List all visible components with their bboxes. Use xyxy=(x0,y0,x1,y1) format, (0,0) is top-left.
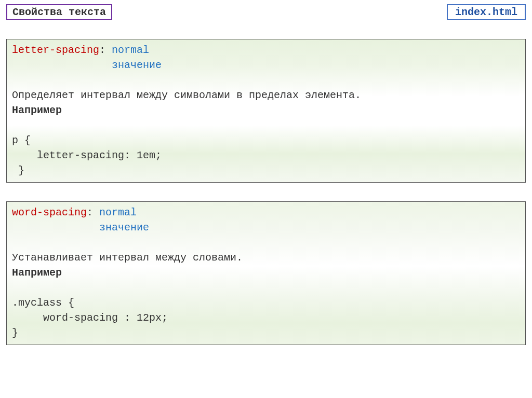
page-title-box: Свойства текста xyxy=(6,4,112,20)
colon: : xyxy=(99,44,112,56)
property-value-2: значение xyxy=(112,59,162,71)
blank-line xyxy=(12,235,520,250)
blank-line xyxy=(12,280,520,295)
property-value-2: значение xyxy=(99,222,149,234)
property-value-2-line: значение xyxy=(12,220,520,235)
code-line-2: letter-spacing: 1em; xyxy=(12,148,520,163)
description: Определяет интервал между символами в пр… xyxy=(12,88,520,103)
indent xyxy=(12,59,112,71)
page-title: Свойства текста xyxy=(12,6,106,18)
example-label: Например xyxy=(12,103,520,118)
code-line-2: word-spacing : 12px; xyxy=(12,310,520,325)
property-value-1: normal xyxy=(99,207,137,218)
property-name: letter-spacing xyxy=(12,44,99,56)
filename-label: index.html xyxy=(455,6,517,18)
header-row: Свойства текста index.html xyxy=(6,4,526,20)
code-block-letter-spacing: letter-spacing: normal значение Определя… xyxy=(6,39,526,183)
indent xyxy=(12,222,99,234)
property-value-1: normal xyxy=(112,44,149,56)
colon: : xyxy=(87,207,99,218)
code-block-word-spacing: word-spacing: normal значение Устанавлив… xyxy=(6,201,526,345)
filename-box: index.html xyxy=(447,4,526,20)
description: Устанавливает интервал между словами. xyxy=(12,250,520,265)
code-line-1: .myclass { xyxy=(12,295,520,310)
property-line: word-spacing: normal xyxy=(12,205,520,220)
property-name: word-spacing xyxy=(12,207,87,218)
code-line-1: p { xyxy=(12,133,520,148)
property-value-2-line: значение xyxy=(12,58,520,73)
blank-line xyxy=(12,73,520,88)
code-line-3: } xyxy=(12,325,520,340)
code-line-3: } xyxy=(12,163,520,178)
property-line: letter-spacing: normal xyxy=(12,43,520,58)
blank-line xyxy=(12,118,520,133)
example-label: Например xyxy=(12,265,520,280)
